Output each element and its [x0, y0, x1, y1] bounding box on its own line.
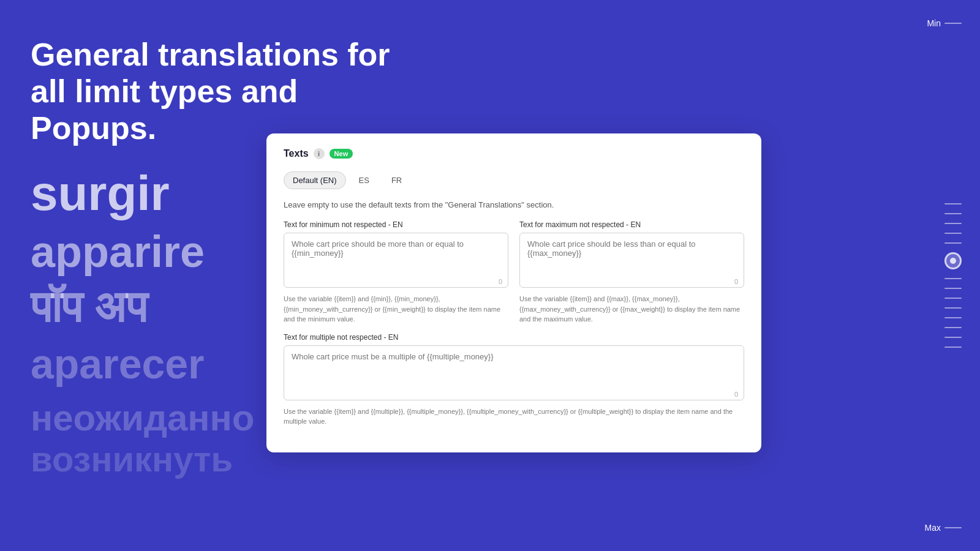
min-max-fields-row: Text for minimum not respected - EN 0 Us…: [284, 220, 744, 324]
max-field-group: Text for maximum not respected - EN 0 Us…: [519, 220, 744, 324]
bar-tick: [944, 278, 962, 279]
min-char-count: 0: [499, 278, 502, 285]
multiple-textarea[interactable]: [284, 345, 744, 400]
min-textarea[interactable]: [284, 233, 508, 288]
bg-word: पॉप अप: [31, 282, 147, 333]
multiple-char-count: 0: [734, 391, 738, 398]
instruction-text: Leave empty to use the default texts fro…: [284, 200, 744, 209]
multiple-field-hint: Use the variable {{item}} and {{multiple…: [284, 407, 744, 427]
min-field-label: Text for minimum not respected - EN: [284, 220, 508, 229]
info-icon[interactable]: i: [314, 148, 325, 159]
bar-tick: [944, 317, 962, 318]
bar-line-top: [944, 23, 962, 24]
bar-tick: [944, 337, 962, 338]
bar-tick: [944, 203, 962, 204]
multiple-textarea-wrapper: 0: [284, 345, 744, 403]
main-heading: General translations for all limit types…: [31, 37, 390, 146]
max-char-count: 0: [734, 278, 738, 285]
bar-tick: [944, 288, 962, 289]
bar-tick: [944, 327, 962, 328]
bg-word: aparecer: [31, 340, 205, 388]
min-textarea-wrapper: 0: [284, 233, 508, 290]
min-field-hint: Use the variable {{item}} and {{min}}, {…: [284, 294, 508, 324]
bar-line-bottom: [944, 527, 962, 528]
language-tabs: Default (EN) ES FR: [284, 171, 744, 189]
texts-card: Texts i New Default (EN) ES FR Leave emp…: [266, 133, 761, 452]
right-scrollbar: Min Max: [925, 18, 962, 533]
tab-fr[interactable]: FR: [382, 171, 411, 189]
scroll-indicator-dot: [944, 252, 962, 269]
bar-tick: [944, 213, 962, 214]
multiple-field-label: Text for multiple not respected - EN: [284, 333, 744, 342]
max-field-label: Text for maximum not respected - EN: [519, 220, 744, 229]
scroll-dot-inner: [950, 258, 956, 264]
new-badge: New: [330, 149, 353, 159]
min-field-group: Text for minimum not respected - EN 0 Us…: [284, 220, 508, 324]
bar-tick: [944, 347, 962, 348]
min-label: Min: [927, 18, 962, 28]
bg-word: неожиданно: [31, 397, 254, 439]
multiple-field-group: Text for multiple not respected - EN 0 U…: [284, 333, 744, 427]
tab-default-en[interactable]: Default (EN): [284, 171, 346, 189]
max-textarea[interactable]: [519, 233, 744, 288]
bar-tick: [944, 223, 962, 224]
bar-tick: [944, 298, 962, 299]
bg-word: возникнуть: [31, 438, 233, 479]
max-textarea-wrapper: 0: [519, 233, 744, 290]
max-label: Max: [925, 523, 962, 533]
bg-word: apparire: [31, 227, 205, 277]
tab-es[interactable]: ES: [350, 171, 379, 189]
max-field-hint: Use the variable {{item}} and {{max}}, {…: [519, 294, 744, 324]
bar-tick: [944, 242, 962, 244]
bar-tick: [944, 233, 962, 234]
card-header: Texts i New: [284, 148, 744, 159]
bar-tick: [944, 307, 962, 309]
bg-word: surgir: [31, 165, 170, 222]
card-title: Texts: [284, 148, 309, 159]
